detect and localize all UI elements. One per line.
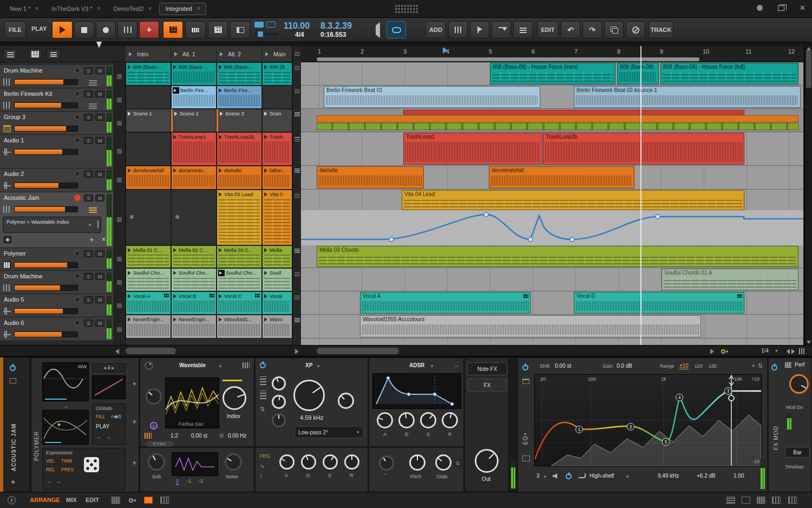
preset-folder-icon[interactable]	[522, 379, 529, 384]
clip-play-icon[interactable]	[173, 168, 179, 173]
arm-button[interactable]	[75, 68, 80, 73]
launcher-clip[interactable]: Mella 01 C...	[126, 245, 171, 268]
remove-lane-button[interactable]: ×	[102, 236, 106, 243]
clip-play-icon[interactable]	[128, 271, 133, 275]
filter-cutoff-value[interactable]: 4.59 kHz	[300, 414, 323, 421]
filter-power-icon[interactable]	[260, 362, 266, 368]
device-power-icon[interactable]	[10, 365, 16, 371]
track-row-acoustic-jam[interactable]: Acoustic Jam S M Polymer » Wavetable Ind…	[0, 192, 113, 248]
scroll-up-icon[interactable]	[807, 45, 811, 50]
volume-slider[interactable]	[14, 331, 78, 337]
dual-display-icon[interactable]	[112, 497, 120, 504]
track-row-drum-machine-2[interactable]: Drum Machine S M	[0, 271, 113, 294]
scene-play-icon[interactable]	[174, 52, 180, 56]
feg-sustain-knob[interactable]	[323, 454, 338, 470]
fill-toggle[interactable]: FILL	[96, 414, 105, 419]
ab-toggle[interactable]: A◆B	[111, 414, 121, 419]
filter-cutoff-knob[interactable]	[293, 380, 325, 411]
track-name[interactable]: Group 3	[4, 114, 25, 120]
osc-detune-value[interactable]: 0.00 st	[191, 433, 207, 439]
volume-slider[interactable]	[14, 79, 78, 85]
expand-icon[interactable]	[10, 378, 16, 383]
clip-stop-button[interactable]	[117, 257, 122, 262]
automation-lane[interactable]	[301, 210, 803, 245]
project-tab-1[interactable]: New 1 *×	[4, 3, 44, 15]
band-power-icon[interactable]	[566, 473, 572, 479]
arranger-timeline[interactable]: 808 (Bass-08) - House Force (intro) 808 …	[301, 62, 803, 345]
clip-play-icon[interactable]	[173, 317, 179, 322]
loop-button[interactable]	[387, 21, 406, 38]
band-type-dropdown[interactable]: High-shelf	[590, 473, 614, 479]
amp-decay-knob[interactable]	[398, 412, 415, 428]
filter-keytrack-knob[interactable]	[272, 395, 286, 409]
redo-button[interactable]: ↷	[582, 21, 602, 38]
scene-menu-icon[interactable]	[294, 51, 300, 56]
add-slot-button[interactable]: +	[132, 380, 136, 388]
mute-button[interactable]: M	[95, 90, 104, 97]
close-icon[interactable]: ×	[148, 5, 152, 12]
arranger-clip[interactable]: 808 (Bass-08) - House Force (intro)	[490, 63, 615, 84]
project-tab-3[interactable]: DemoTest2×	[108, 3, 158, 15]
clip-stop-button[interactable]	[117, 149, 122, 154]
scene-menu-icon[interactable]	[294, 89, 300, 93]
launcher-clip[interactable]: Vocal B	[171, 291, 217, 315]
launcher-clip[interactable]: Trash	[262, 132, 292, 166]
timeline-zoom-range-bar[interactable]	[317, 57, 699, 61]
swap-icon[interactable]: ⇅	[758, 362, 763, 369]
oscillator-display[interactable]: MW	[42, 362, 89, 401]
arranger-clip[interactable]: deceleratefall	[489, 166, 634, 188]
track-row-audio-1[interactable]: Audio 1 S M	[0, 135, 113, 168]
launcher-clip[interactable]: Berlin Fire...	[217, 86, 262, 109]
freq-mode-icon[interactable]: ◎	[219, 432, 224, 438]
add-lane-button[interactable]: +	[89, 236, 94, 244]
track-name[interactable]: Audio 1	[4, 137, 24, 144]
launcher-empty-slot[interactable]	[171, 190, 217, 245]
insert-clip-button[interactable]	[513, 21, 533, 38]
edit-view-button[interactable]: EDIT	[86, 497, 99, 503]
track-row-audio-2[interactable]: Audio 2 S M	[0, 168, 113, 192]
arranger-lane-audio-6[interactable]: Wavoloid1955 Acccolours	[301, 315, 803, 338]
arrange-view-button[interactable]: ARRANGE	[30, 497, 60, 503]
link-icon[interactable]	[129, 498, 133, 503]
info-icon[interactable]: i	[8, 496, 16, 504]
clip-play-icon[interactable]	[128, 317, 133, 322]
insert-scene-button[interactable]	[492, 21, 511, 38]
perform-knob[interactable]	[789, 374, 809, 394]
clip-play-icon[interactable]	[219, 88, 224, 93]
clip-stop-button[interactable]	[117, 74, 122, 79]
scene-header-alt1[interactable]: Alt. 1	[171, 46, 217, 62]
punch-in-button[interactable]	[372, 25, 380, 35]
osc-mode-knob[interactable]	[145, 361, 153, 370]
unison-icon[interactable]	[145, 433, 152, 439]
sync-badge[interactable]: SYNC	[146, 441, 174, 447]
mute-button[interactable]: M	[95, 273, 104, 280]
arranger-clip[interactable]: 808 (Bass-08)	[617, 63, 659, 84]
launcher-clip[interactable]: Mella 03 C...	[217, 245, 262, 268]
clip-stop-button[interactable]	[117, 280, 122, 285]
volume-slider[interactable]	[14, 308, 78, 314]
pin-icon[interactable]	[97, 220, 99, 228]
volume-slider[interactable]	[14, 149, 78, 155]
preset-stepper[interactable]: ◂ ⅲ ▸	[92, 363, 126, 372]
note-fx-tab[interactable]: Note FX	[467, 362, 507, 375]
close-icon[interactable]: ×	[97, 5, 101, 12]
range-20-option[interactable]: ±20	[695, 363, 703, 369]
fx-tab[interactable]: FX	[467, 379, 507, 392]
group-summary-clip-red[interactable]	[403, 110, 744, 115]
add-slot-button[interactable]: +	[132, 418, 136, 426]
device-chain-selector[interactable]: Polymer » Wavetable Index▼	[3, 217, 101, 233]
sub-lfo-display[interactable]	[172, 452, 218, 476]
project-tab-4-active[interactable]: Integrated×	[159, 3, 206, 15]
clip-play-icon[interactable]	[264, 168, 270, 173]
track-name[interactable]: Audio 2	[4, 171, 24, 177]
clip-stop-button[interactable]	[117, 217, 122, 222]
track-menu-button[interactable]: TRACK	[649, 21, 673, 38]
pressure-label[interactable]: PRES	[61, 467, 74, 472]
launcher-clip[interactable]: dwindle	[217, 166, 262, 190]
add-menu-button[interactable]: ADD	[425, 21, 446, 38]
list-view-button[interactable]	[47, 49, 61, 60]
sub-octave-minus1[interactable]: -1	[187, 478, 191, 484]
launcher-clip[interactable]: Vita 0	[262, 190, 292, 245]
track-row-audio-6[interactable]: Audio 6 S M	[0, 317, 113, 341]
launcher-clip[interactable]: fallon...	[262, 166, 292, 190]
